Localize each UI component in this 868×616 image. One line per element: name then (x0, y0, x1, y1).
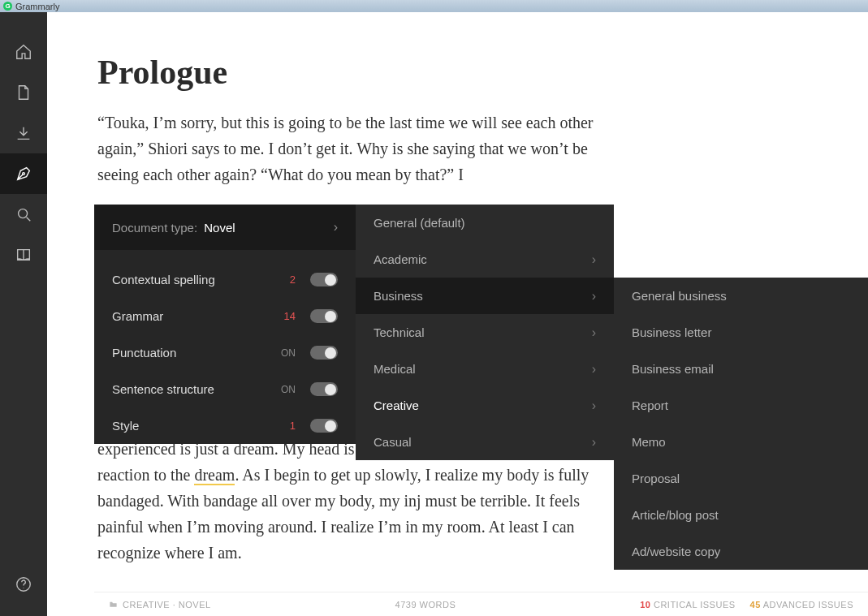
dictionary-icon[interactable] (0, 235, 47, 275)
business-option-business-email[interactable]: Business email (614, 351, 868, 387)
setting-status: ON (274, 347, 296, 359)
option-label: Article/blog post (632, 508, 719, 522)
status-bar: CREATIVE · NOVEL 4739 WORDS 10 CRITICAL … (94, 592, 868, 616)
setting-label: Grammar (112, 309, 163, 323)
main-area: Prologue “Touka, I’m sorry, but this is … (47, 12, 868, 616)
business-option-general-business[interactable]: General business (614, 278, 868, 314)
option-label: Casual (374, 435, 412, 449)
option-label: General business (632, 289, 727, 303)
pen-nib-icon[interactable] (0, 153, 47, 194)
paragraph: “Touka, I’m sorry, but this is going to … (97, 110, 615, 187)
option-label: Creative (374, 398, 419, 412)
settings-panel: Document type: Novel › Contextual spelli… (94, 205, 356, 444)
chevron-right-icon: › (592, 435, 596, 450)
business-option-article-blog-post[interactable]: Article/blog post (614, 497, 868, 533)
chevron-right-icon: › (592, 325, 596, 340)
doc-type-menu: General (default)Academic›Business›Techn… (356, 205, 614, 460)
setting-label: Punctuation (112, 346, 176, 360)
chevron-right-icon: › (592, 362, 596, 377)
business-submenu: General businessBusiness letterBusiness … (614, 278, 868, 570)
setting-row-style: Style 1 (94, 407, 356, 444)
setting-row-contextual-spelling: Contextual spelling 2 (94, 261, 356, 298)
option-label: Business email (632, 362, 714, 376)
option-label: Proposal (632, 472, 680, 485)
doc-type-option-casual[interactable]: Casual› (356, 424, 614, 460)
doc-type-value: Novel (204, 221, 235, 235)
setting-label: Contextual spelling (112, 273, 215, 286)
option-label: Academic (374, 252, 427, 266)
setting-label: Sentence structure (112, 382, 214, 396)
sidebar (0, 12, 47, 616)
svg-point-1 (19, 209, 28, 218)
option-label: Business letter (632, 325, 711, 339)
toggle-switch[interactable] (310, 382, 338, 396)
chevron-right-icon: › (592, 398, 596, 413)
business-option-business-letter[interactable]: Business letter (614, 314, 868, 351)
svg-point-0 (23, 173, 25, 175)
folder-icon (109, 600, 118, 609)
option-label: Report (632, 398, 668, 412)
option-label: General (default) (374, 216, 465, 230)
home-icon[interactable] (0, 32, 47, 72)
setting-label: Style (112, 419, 139, 433)
option-label: Medical (374, 362, 416, 376)
chevron-right-icon: › (592, 289, 596, 304)
chevron-right-icon: › (592, 252, 596, 267)
setting-status: 2 (274, 274, 296, 286)
option-label: Technical (374, 325, 425, 339)
doc-type-option-business[interactable]: Business› (356, 278, 614, 314)
option-label: Memo (632, 435, 666, 449)
doc-type-option-academic[interactable]: Academic› (356, 241, 614, 278)
titlebar: G Grammarly (0, 0, 868, 12)
setting-status: 1 (274, 420, 296, 432)
business-option-proposal[interactable]: Proposal (614, 460, 868, 497)
toggle-switch[interactable] (310, 419, 338, 433)
doc-type-option-creative[interactable]: Creative› (356, 387, 614, 424)
business-option-report[interactable]: Report (614, 387, 868, 424)
setting-status: ON (274, 384, 296, 395)
doc-type-option-technical[interactable]: Technical› (356, 314, 614, 351)
doc-type-option-general-default-[interactable]: General (default) (356, 205, 614, 241)
flagged-word[interactable]: dream (194, 466, 235, 485)
chevron-right-icon: › (334, 220, 338, 235)
advanced-issues[interactable]: 45 ADVANCED ISSUES (750, 600, 853, 610)
grammarly-logo-icon: G (3, 2, 12, 11)
critical-issues[interactable]: 10 CRITICAL ISSUES (640, 600, 735, 610)
setting-status: 14 (274, 310, 296, 322)
option-label: Business (374, 289, 423, 303)
word-count[interactable]: 4739 WORDS (211, 600, 640, 610)
search-icon[interactable] (0, 194, 47, 235)
app-title: Grammarly (15, 2, 59, 11)
setting-row-grammar: Grammar 14 (94, 298, 356, 334)
setting-row-punctuation: Punctuation ON (94, 334, 356, 371)
option-label: Ad/website copy (632, 545, 720, 558)
document-icon[interactable] (0, 72, 47, 113)
toggle-switch[interactable] (310, 346, 338, 360)
download-icon[interactable] (0, 113, 47, 153)
business-option-ad-website-copy[interactable]: Ad/website copy (614, 533, 868, 570)
business-option-memo[interactable]: Memo (614, 424, 868, 460)
toggle-switch[interactable] (310, 273, 338, 286)
setting-row-sentence-structure: Sentence structure ON (94, 371, 356, 407)
document-title: Prologue (97, 53, 615, 92)
doc-type-option-medical[interactable]: Medical› (356, 351, 614, 387)
toggle-switch[interactable] (310, 309, 338, 323)
breadcrumb[interactable]: CREATIVE · NOVEL (123, 600, 211, 610)
doc-type-label: Document type: (112, 221, 201, 235)
document-type-row[interactable]: Document type: Novel › (94, 205, 356, 250)
help-icon[interactable] (0, 564, 47, 605)
